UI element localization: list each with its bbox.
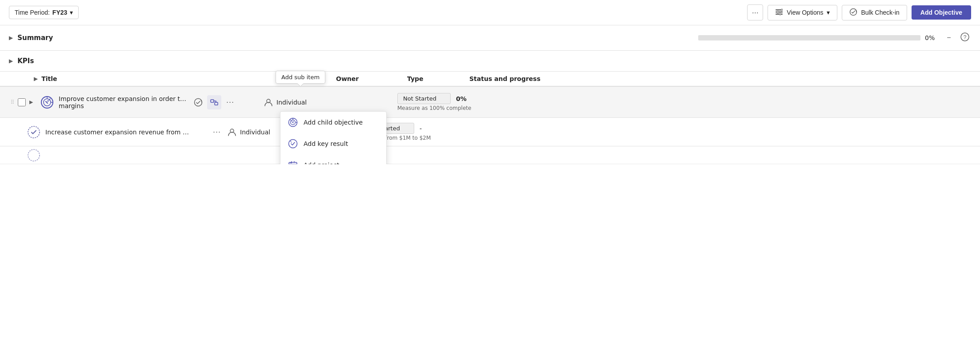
bulk-checkin-icon xyxy=(849,8,857,17)
col-title-label: Title xyxy=(41,75,57,82)
row2-more-button[interactable]: ··· xyxy=(210,125,224,139)
row-expand-icon[interactable]: ▶ xyxy=(29,99,38,105)
time-period-prefix: Time Period: xyxy=(15,9,50,16)
add-sub-item-tooltip: Add sub item xyxy=(276,71,325,84)
help-icon: ? xyxy=(960,32,969,43)
row-title-text: Improve customer expansion in order to i… xyxy=(59,95,188,102)
bulk-checkin-label: Bulk Check-in xyxy=(861,9,899,16)
row-checkbox[interactable] xyxy=(18,98,26,106)
key-result-icon xyxy=(288,138,298,149)
more-row-button[interactable]: ··· xyxy=(223,95,237,109)
drag-handle[interactable]: ⠿ xyxy=(9,99,16,105)
svg-rect-5 xyxy=(780,13,781,15)
summary-label: Summary xyxy=(17,34,53,42)
bulk-checkin-button[interactable]: Bulk Check-in xyxy=(842,5,907,20)
person-icon xyxy=(264,98,273,107)
svg-point-25 xyxy=(28,149,40,161)
kpis-section: ▶ KPIs xyxy=(0,51,980,72)
row2-more-icon: ··· xyxy=(213,127,221,137)
add-project-label: Add project xyxy=(304,161,339,164)
row-title-line2: margins xyxy=(59,102,188,109)
status-row: Not Started 0% xyxy=(397,93,980,104)
svg-rect-13 xyxy=(211,100,214,102)
row2-title-text: Increase customer expansion revenue from… xyxy=(45,129,192,136)
col-title-header: ▶ Title xyxy=(34,75,292,82)
status-badge[interactable]: Not Started xyxy=(397,93,451,104)
chevron-down-icon: ▾ xyxy=(70,9,73,16)
time-period-button[interactable]: Time Period: FY23 ▾ xyxy=(9,6,79,19)
status-cell: Not Started 0% Measure as 100% complete xyxy=(397,93,980,111)
add-child-objective-label: Add child objective xyxy=(304,119,363,126)
col-owner-header: Owner xyxy=(336,75,407,82)
svg-point-12 xyxy=(195,98,202,106)
svg-rect-1 xyxy=(776,11,783,12)
row-title-line2-text: margins xyxy=(59,102,84,109)
owner-cell: Individual xyxy=(264,98,335,107)
row2-title: Increase customer expansion revenue from… xyxy=(45,129,192,136)
svg-rect-2 xyxy=(776,13,783,15)
summary-minus-button[interactable]: − xyxy=(943,32,955,44)
summary-help-button[interactable]: ? xyxy=(959,32,971,44)
add-sub-item-label: Add sub item xyxy=(281,74,320,81)
view-options-button[interactable]: View Options ▾ xyxy=(768,5,837,20)
add-project-item[interactable]: Add project xyxy=(280,154,386,164)
svg-text:?: ? xyxy=(964,34,967,40)
add-sub-item-button[interactable] xyxy=(207,95,221,109)
summary-actions: − ? xyxy=(943,32,971,44)
dropdown-menu: Add child objective Add key result xyxy=(280,111,387,164)
toolbar: Time Period: FY23 ▾ ··· View Options ▾ xyxy=(0,0,980,25)
table-header: ▶ Title Owner Type Status and progress xyxy=(0,72,980,87)
row2-status-cell: Not Started - Increase from $1M to $2M xyxy=(361,123,980,141)
time-period-value: FY23 xyxy=(52,9,67,16)
svg-point-23 xyxy=(28,126,40,138)
summary-chevron-icon[interactable]: ▶ xyxy=(9,35,13,41)
svg-rect-20 xyxy=(289,162,297,164)
row-title: Improve customer expansion in order to i… xyxy=(59,95,188,102)
add-objective-label: Add Objective xyxy=(920,9,962,16)
add-key-result-label: Add key result xyxy=(304,140,348,147)
checkin-button[interactable] xyxy=(191,95,205,109)
key-result-row-icon xyxy=(27,125,41,139)
view-options-chevron-icon: ▾ xyxy=(827,9,830,16)
project-icon xyxy=(288,160,298,164)
add-child-objective-item[interactable]: Add child objective xyxy=(280,112,386,133)
view-options-label: View Options xyxy=(787,9,823,16)
row2-owner-label: Individual xyxy=(240,129,270,136)
svg-point-19 xyxy=(289,140,297,148)
summary-bar-container: 0% xyxy=(57,34,938,41)
svg-point-11 xyxy=(48,100,49,101)
more-row-icon: ··· xyxy=(226,97,234,107)
partial-row-icon xyxy=(27,148,41,162)
more-options-button[interactable]: ··· xyxy=(747,4,763,20)
svg-rect-3 xyxy=(781,9,783,11)
minus-icon: − xyxy=(947,34,951,42)
kpis-chevron-icon[interactable]: ▶ xyxy=(9,58,13,64)
status-percent: 0% xyxy=(456,95,467,102)
row2-status-row: Not Started - xyxy=(361,123,980,134)
add-objective-button[interactable]: Add Objective xyxy=(912,5,971,20)
title-col-chevron-icon[interactable]: ▶ xyxy=(34,76,38,82)
owner-label: Individual xyxy=(276,99,307,106)
col-status-header: Status and progress xyxy=(469,75,971,82)
child-objective-icon xyxy=(288,117,298,128)
table-row: Increase customer expansion revenue from… xyxy=(0,118,980,146)
svg-point-18 xyxy=(293,121,294,122)
summary-section: ▶ Summary 0% − ? xyxy=(0,25,980,51)
ellipsis-icon: ··· xyxy=(752,8,759,17)
row2-person-icon xyxy=(228,128,236,137)
add-key-result-item[interactable]: Add key result xyxy=(280,133,386,154)
table-row: Add sub item ⠿ ▶ Improve customer expans… xyxy=(0,87,980,118)
svg-rect-4 xyxy=(777,11,779,13)
objective-icon xyxy=(40,95,54,109)
row2-status-note: Increase from $1M to $2M xyxy=(361,135,980,141)
summary-progress-bar xyxy=(698,35,920,40)
row-actions: ··· xyxy=(191,95,237,109)
row2-status-dash: - xyxy=(420,125,422,132)
kpis-label: KPIs xyxy=(17,57,34,65)
summary-percent: 0% xyxy=(925,34,938,41)
col-type-header: Type xyxy=(407,75,469,82)
table-row xyxy=(0,146,980,164)
row2-actions: ··· xyxy=(192,125,228,139)
svg-rect-14 xyxy=(215,102,218,105)
status-note: Measure as 100% complete xyxy=(397,105,980,111)
